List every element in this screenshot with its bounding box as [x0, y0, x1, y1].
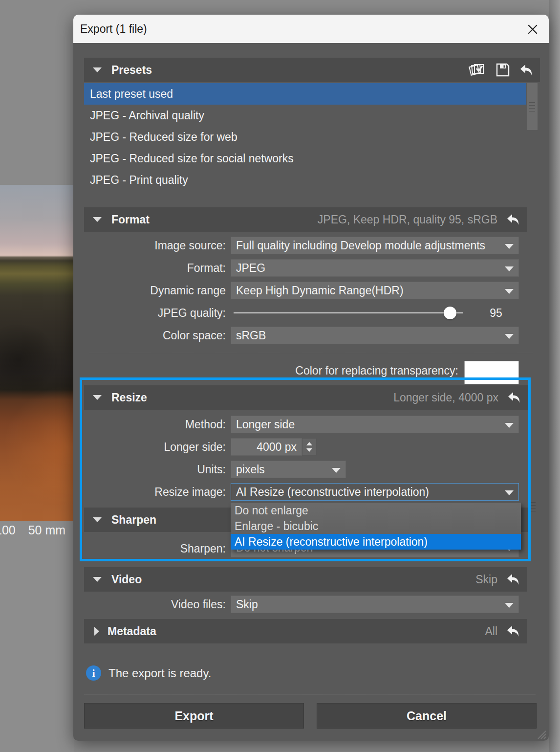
- units-label: Units:: [55, 461, 226, 478]
- resize-method-select[interactable]: Longer side: [231, 416, 519, 433]
- dialog-titlebar[interactable]: Export (1 file): [73, 15, 549, 43]
- format-summary: JPEG, Keep HDR, quality 95, sRGB: [318, 213, 497, 226]
- resize-section-title: Resize: [111, 391, 147, 404]
- longer-side-value: 4000 px: [257, 441, 297, 454]
- transparency-color-label: Color for replacing transparency:: [263, 362, 458, 379]
- color-space-label: Color space:: [55, 327, 226, 344]
- preset-item-label: Last preset used: [90, 88, 173, 100]
- caret-down-icon: [505, 603, 514, 608]
- resize-grip-icon[interactable]: [534, 727, 546, 739]
- format-value: JPEG: [236, 262, 265, 275]
- caret-down-icon: [505, 266, 514, 271]
- export-button-label: Export: [174, 709, 213, 723]
- expand-triangle-icon[interactable]: [94, 627, 99, 636]
- preset-item-label: JPEG - Reduced size for social networks: [90, 152, 294, 165]
- units-value: pixels: [236, 463, 265, 476]
- undo-icon[interactable]: [518, 62, 534, 78]
- save-preset-icon[interactable]: [495, 62, 511, 78]
- resize-image-dropdown-list: Do not enlarge Enlarge - bicubic AI Resi…: [231, 503, 521, 550]
- jpeg-quality-slider-thumb[interactable]: [444, 307, 456, 319]
- screen: 100 50 mm Export (1 file) Presets: [0, 0, 560, 752]
- collapse-triangle-icon[interactable]: [93, 517, 102, 522]
- dropdown-option-label: Enlarge - bicubic: [235, 520, 318, 532]
- resize-section-header[interactable]: Resize Longer side, 4000 px: [84, 385, 528, 410]
- dropdown-option[interactable]: Do not enlarge: [231, 503, 521, 518]
- close-button[interactable]: [524, 21, 541, 38]
- longer-side-stepper[interactable]: [302, 438, 317, 456]
- video-files-value: Skip: [236, 598, 258, 611]
- preset-item[interactable]: JPEG - Reduced size for web: [84, 126, 526, 148]
- resize-method-value: Longer side: [236, 418, 295, 431]
- format-section-title: Format: [111, 213, 150, 226]
- divider: [89, 352, 533, 353]
- transparency-color-swatch[interactable]: [464, 361, 519, 384]
- backdrop-right-strip: [549, 0, 560, 752]
- image-source-select[interactable]: Full quality including Develop module ad…: [231, 237, 519, 254]
- dynamic-range-value: Keep High Dynamic Range(HDR): [236, 284, 404, 297]
- resize-image-select[interactable]: AI Resize (reconstructive interpolation): [231, 483, 519, 501]
- dropdown-option-selected[interactable]: AI Resize (reconstructive interpolation): [231, 534, 521, 550]
- divider: [84, 694, 536, 695]
- dynamic-range-select[interactable]: Keep High Dynamic Range(HDR): [231, 282, 519, 299]
- undo-icon[interactable]: [505, 572, 521, 587]
- video-section-header[interactable]: Video Skip: [84, 567, 527, 592]
- video-files-select[interactable]: Skip: [231, 596, 519, 613]
- caret-down-icon: [505, 490, 514, 495]
- units-select[interactable]: pixels: [231, 461, 346, 478]
- caret-down-icon: [332, 468, 341, 473]
- longer-side-input[interactable]: 4000 px: [231, 438, 302, 456]
- resize-image-value: AI Resize (reconstructive interpolation): [236, 486, 429, 499]
- jpeg-quality-slider[interactable]: [234, 312, 463, 313]
- status-message: The export is ready.: [108, 664, 211, 682]
- metadata-section-header[interactable]: Metadata All: [84, 619, 527, 643]
- format-section-header[interactable]: Format JPEG, Keep HDR, quality 95, sRGB: [84, 207, 527, 232]
- format-select[interactable]: JPEG: [231, 259, 519, 277]
- spin-up-icon[interactable]: [306, 442, 312, 445]
- metadata-section-title: Metadata: [108, 625, 156, 638]
- resize-summary: Longer side, 4000 px: [393, 391, 498, 404]
- preset-item-label: JPEG - Reduced size for web: [90, 131, 237, 143]
- video-files-label: Video files:: [55, 596, 226, 613]
- collapse-triangle-icon[interactable]: [93, 395, 102, 400]
- exif-readout: 100 50 mm: [0, 523, 78, 537]
- sharpen-label: Sharpen:: [55, 539, 226, 558]
- preset-item[interactable]: JPEG - Print quality: [84, 169, 526, 191]
- caret-down-icon: [505, 334, 514, 339]
- dropdown-option-label: AI Resize (reconstructive interpolation): [235, 535, 428, 548]
- caret-down-icon: [505, 289, 514, 294]
- format-label: Format:: [55, 259, 226, 277]
- presets-section-header[interactable]: Presets: [84, 58, 540, 82]
- video-section-title: Video: [111, 573, 142, 586]
- undo-icon[interactable]: [506, 390, 522, 405]
- color-space-select[interactable]: sRGB: [231, 327, 519, 344]
- undo-icon[interactable]: [505, 623, 521, 639]
- exif-focal-length: 50 mm: [28, 523, 65, 537]
- presets-section-title: Presets: [111, 64, 152, 77]
- dropdown-option[interactable]: Enlarge - bicubic: [231, 518, 521, 534]
- cancel-button-label: Cancel: [407, 709, 447, 723]
- collapse-triangle-icon[interactable]: [93, 67, 102, 72]
- image-source-value: Full quality including Develop module ad…: [236, 239, 485, 252]
- dynamic-range-label: Dynamic range: [55, 282, 226, 299]
- caret-down-icon: [505, 423, 514, 428]
- longer-side-label: Longer side:: [55, 438, 226, 456]
- undo-icon[interactable]: [505, 212, 521, 227]
- jpeg-quality-label: JPEG quality:: [55, 304, 226, 322]
- close-icon: [525, 22, 540, 37]
- collapse-triangle-icon[interactable]: [93, 577, 102, 582]
- cancel-button[interactable]: Cancel: [317, 703, 537, 729]
- dialog-title: Export (1 file): [80, 22, 147, 36]
- jpeg-quality-value: 95: [483, 304, 509, 322]
- preset-item-label: JPEG - Archival quality: [90, 109, 204, 122]
- preset-item[interactable]: Last preset used: [84, 83, 526, 105]
- collapse-triangle-icon[interactable]: [93, 217, 102, 222]
- resize-method-label: Method:: [55, 416, 226, 433]
- info-icon: i: [86, 665, 101, 681]
- preset-item[interactable]: JPEG - Reduced size for social networks: [84, 148, 526, 169]
- apply-presets-icon[interactable]: [469, 62, 487, 78]
- preset-item[interactable]: JPEG - Archival quality: [84, 105, 526, 126]
- panel-scrollbar-grip[interactable]: [530, 502, 536, 511]
- export-button[interactable]: Export: [84, 703, 304, 729]
- spin-down-icon[interactable]: [306, 448, 312, 452]
- presets-scrollbar-thumb[interactable]: [527, 83, 538, 130]
